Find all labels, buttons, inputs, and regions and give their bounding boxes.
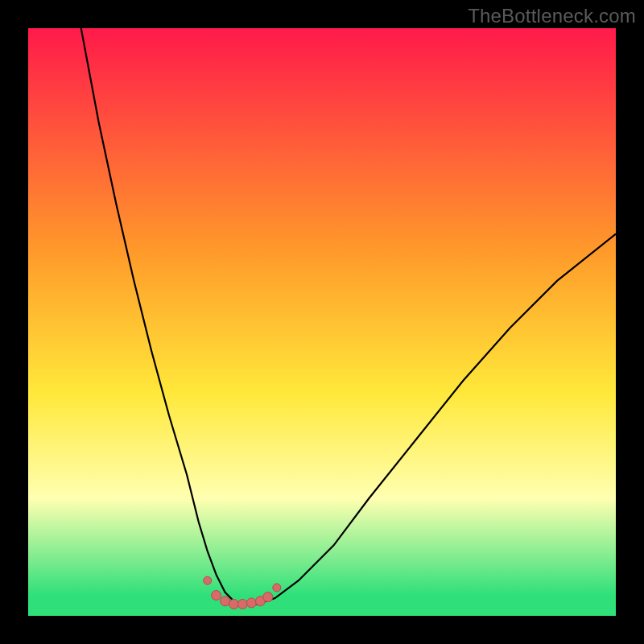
curve-marker bbox=[237, 599, 247, 609]
gradient-background bbox=[28, 28, 616, 616]
outer-frame: TheBottleneck.com bbox=[0, 0, 644, 644]
curve-marker bbox=[229, 599, 239, 609]
curve-marker bbox=[273, 584, 281, 592]
plot-area bbox=[28, 28, 616, 616]
chart-svg bbox=[28, 28, 616, 616]
watermark-text: TheBottleneck.com bbox=[468, 5, 636, 27]
curve-marker bbox=[246, 598, 256, 608]
curve-marker bbox=[221, 597, 230, 606]
curve-marker bbox=[212, 591, 221, 601]
curve-marker bbox=[263, 592, 273, 602]
curve-marker bbox=[204, 576, 212, 584]
